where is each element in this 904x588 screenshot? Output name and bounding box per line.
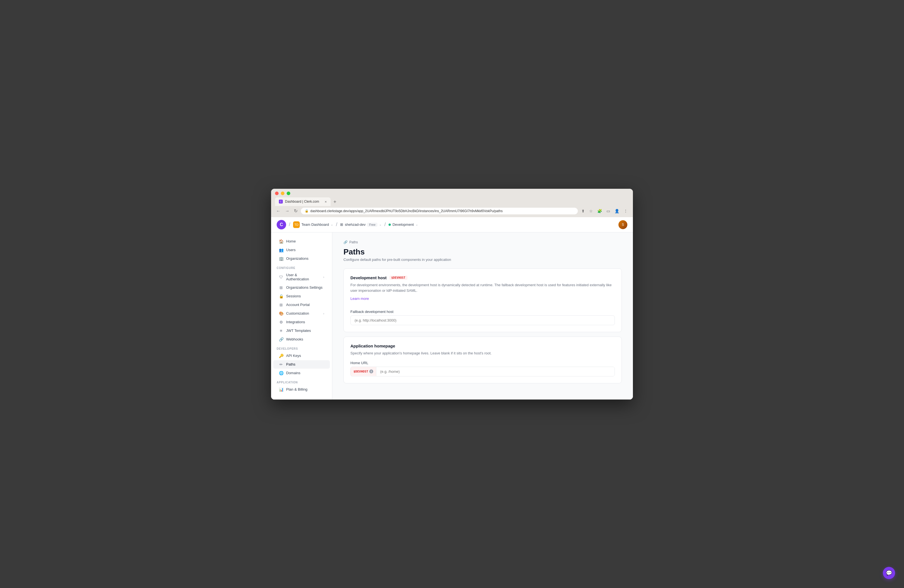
minimize-button[interactable]	[281, 191, 284, 195]
sidebar-label-home: Home	[286, 239, 296, 243]
browser-actions: ⬆ ☆ 🧩 ▭ 👤 ⋮	[580, 208, 629, 214]
fallback-dev-host-input[interactable]	[351, 315, 615, 325]
sidebar-label-integrations: Integrations	[286, 320, 305, 324]
sidebar-item-customization[interactable]: 🎨 Customization ›	[273, 309, 330, 318]
tab-favicon: C	[279, 200, 283, 204]
sidebar-label-customization: Customization	[286, 311, 309, 315]
section-label-developers: DEVELOPERS	[271, 344, 332, 351]
sidebar-item-paths[interactable]: ✏ Paths	[273, 360, 330, 368]
chat-fab-button[interactable]: 💬	[883, 567, 895, 579]
sidebar-item-plan-billing[interactable]: 📊 Plan & Billing	[273, 385, 330, 394]
sidebar-item-sessions[interactable]: 🔒 Sessions	[273, 292, 330, 300]
content-area: 🔗 Paths Paths Configure default paths fo…	[332, 232, 633, 400]
breadcrumb-separator-1: /	[289, 221, 290, 228]
sidebar-label-sessions: Sessions	[286, 294, 301, 298]
sidebar-label-plan-billing: Plan & Billing	[286, 387, 308, 392]
sidebar-item-domains[interactable]: 🌐 Domains	[273, 369, 330, 377]
app-name: Team Dashboard	[302, 223, 329, 227]
close-button[interactable]	[275, 191, 278, 195]
app-homepage-description: Specify where your application's homepag…	[351, 351, 615, 356]
info-icon[interactable]: i	[369, 370, 373, 373]
forward-button[interactable]: →	[284, 208, 291, 214]
tab-close-button[interactable]: ×	[324, 200, 327, 204]
breadcrumb-environment[interactable]: Development ⌄	[389, 223, 418, 227]
organizations-icon: 🏢	[279, 256, 283, 261]
breadcrumb-app[interactable]: TD Team Dashboard ⌄	[293, 221, 333, 228]
sidebar-item-webhooks[interactable]: 🔗 Webhooks	[273, 335, 330, 343]
page-title: Paths	[343, 248, 622, 256]
customization-icon: 🎨	[279, 311, 283, 316]
share-button[interactable]: ⬆	[580, 208, 586, 214]
sidebar-toggle-button[interactable]: ▭	[605, 208, 612, 214]
chat-icon: 💬	[886, 570, 892, 576]
sidebar: 🏠 Home 👥 Users 🏢 Organizations CONFIGURE…	[271, 232, 332, 400]
org-settings-icon: ⊞	[279, 285, 283, 290]
avatar-image: S	[618, 220, 627, 229]
new-tab-button[interactable]: +	[331, 198, 339, 206]
sidebar-item-organizations[interactable]: 🏢 Organizations	[273, 254, 330, 263]
sidebar-item-home[interactable]: 🏠 Home	[273, 237, 330, 245]
extensions-button[interactable]: 🧩	[596, 208, 604, 214]
tabs-bar: C Dashboard | Clerk.com × +	[275, 198, 629, 206]
workspace-chevron-icon: ⌄	[379, 223, 382, 226]
webhooks-icon: 🔗	[279, 337, 283, 341]
devhost-badge: $DEVHOST	[389, 276, 408, 280]
browser-controls	[275, 191, 629, 195]
app-icon: TD	[293, 221, 300, 228]
paths-icon: ✏	[279, 362, 283, 367]
breadcrumb-separator-2: /	[336, 221, 337, 228]
prefix-text: $DEVHOST	[354, 370, 368, 373]
breadcrumb-top-label: Paths	[349, 240, 358, 244]
sidebar-label-users: Users	[286, 248, 296, 252]
customization-chevron-icon: ›	[323, 312, 324, 315]
sidebar-label-organizations: Organizations	[286, 256, 308, 261]
profile-button[interactable]: 👤	[613, 208, 621, 214]
chevron-right-icon: ›	[323, 275, 324, 279]
breadcrumb-workspace[interactable]: ⊞ shehzad-dev Free ⌄	[340, 223, 382, 227]
sidebar-item-user-auth[interactable]: 🛡 User & Authentication ›	[273, 271, 330, 283]
learn-more-link[interactable]: Learn more	[351, 297, 369, 301]
home-url-input[interactable]	[376, 367, 615, 376]
menu-button[interactable]: ⋮	[622, 208, 629, 214]
reload-button[interactable]: ↻	[293, 208, 299, 214]
integrations-icon: ⚙	[279, 320, 283, 324]
sidebar-item-account-portal[interactable]: ⊞ Account Portal	[273, 301, 330, 309]
sidebar-label-account-portal: Account Portal	[286, 303, 310, 307]
browser-tab[interactable]: C Dashboard | Clerk.com ×	[275, 198, 331, 206]
input-prefix: $DEVHOST i	[351, 367, 376, 376]
sidebar-item-api-keys[interactable]: 🔑 API Keys	[273, 352, 330, 360]
sidebar-item-jwt-templates[interactable]: ✳ JWT Templates	[273, 327, 330, 335]
breadcrumb-top: 🔗 Paths	[343, 240, 622, 244]
sidebar-label-api-keys: API Keys	[286, 354, 301, 358]
sidebar-item-users[interactable]: 👥 Users	[273, 246, 330, 254]
tab-title: Dashboard | Clerk.com	[285, 200, 319, 204]
workspace-name: shehzad-dev	[345, 223, 365, 227]
home-icon: 🏠	[279, 239, 283, 243]
lock-icon: 🔒	[305, 209, 309, 213]
sidebar-item-org-settings[interactable]: ⊞ Organizations Settings	[273, 283, 330, 292]
home-url-label: Home URL	[351, 361, 615, 365]
app-homepage-card: Application homepage Specify where your …	[343, 337, 622, 383]
sidebar-label-jwt-templates: JWT Templates	[286, 329, 311, 333]
address-bar[interactable]: 🔒 dashboard.clerkstage.dev/apps/app_2UAR…	[301, 208, 578, 214]
home-url-input-wrapper: $DEVHOST i	[351, 367, 615, 376]
sidebar-label-webhooks: Webhooks	[286, 337, 303, 341]
env-status-dot	[389, 224, 391, 226]
sidebar-label-domains: Domains	[286, 371, 300, 375]
dev-host-description: For development environments, the develo…	[351, 282, 615, 294]
plan-badge: Free	[367, 223, 378, 227]
page-subtitle: Configure default paths for pre-built co…	[343, 258, 622, 262]
billing-icon: 📊	[279, 387, 283, 392]
url-text: dashboard.clerkstage.dev/apps/app_2UARme…	[310, 209, 503, 213]
bookmark-button[interactable]: ☆	[588, 208, 594, 214]
maximize-button[interactable]	[287, 191, 290, 195]
sidebar-item-integrations[interactable]: ⚙ Integrations	[273, 318, 330, 326]
back-button[interactable]: ←	[275, 208, 282, 214]
user-avatar[interactable]: S	[618, 220, 627, 229]
account-portal-icon: ⊞	[279, 303, 283, 307]
app-homepage-title: Application homepage	[351, 343, 395, 348]
dev-host-title-row: Development host $DEVHOST	[351, 275, 615, 280]
section-label-configure: CONFIGURE	[271, 263, 332, 270]
browser-chrome: C Dashboard | Clerk.com × +	[271, 189, 633, 206]
section-label-application: APPLICATION	[271, 378, 332, 385]
